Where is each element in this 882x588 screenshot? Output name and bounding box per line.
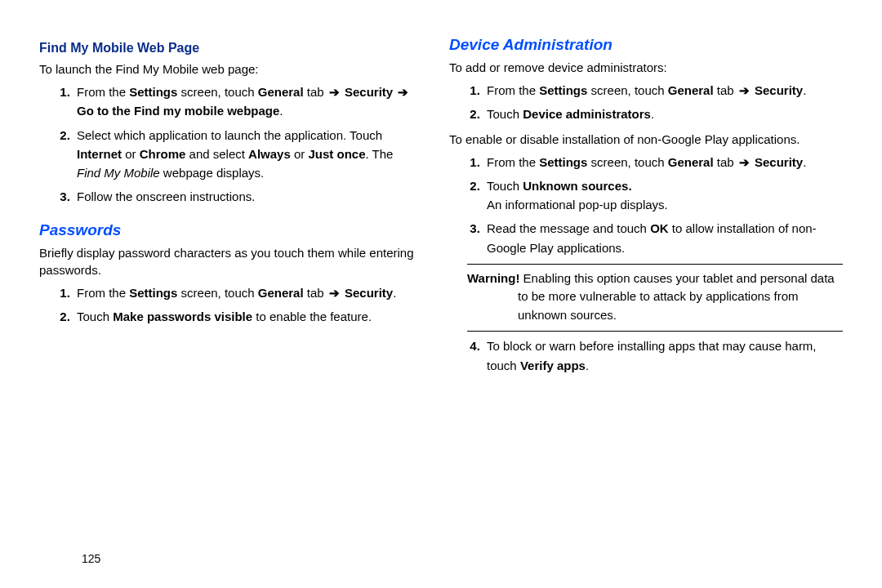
steps-device-admin-a: From the Settings screen, touch General … bbox=[449, 81, 843, 124]
step-1: From the Settings screen, touch General … bbox=[74, 283, 418, 302]
step-1: From the Settings screen, touch General … bbox=[74, 82, 418, 121]
step-2: Touch Unknown sources. An informational … bbox=[483, 176, 843, 215]
arrow-icon: ➔ bbox=[396, 85, 410, 99]
passwords-intro: Briefly display password characters as y… bbox=[39, 244, 418, 278]
divider bbox=[467, 331, 843, 332]
step-3: Follow the onscreen instructions. bbox=[74, 187, 418, 206]
step-3: Read the message and touch OK to allow i… bbox=[483, 219, 843, 257]
arrow-icon: ➔ bbox=[327, 85, 341, 99]
divider bbox=[467, 264, 843, 265]
step-2: Touch Make passwords visible to enable t… bbox=[74, 307, 418, 326]
step-1: From the Settings screen, touch General … bbox=[483, 153, 843, 172]
device-admin-intro2: To enable or disable installation of non… bbox=[449, 131, 843, 148]
step-2: Touch Device administrators. bbox=[483, 105, 843, 123]
arrow-icon: ➔ bbox=[737, 83, 751, 97]
page-number: 125 bbox=[82, 552, 100, 565]
arrow-icon: ➔ bbox=[327, 286, 341, 300]
step-2: Select which application to launch the a… bbox=[74, 126, 418, 183]
steps-find-my-mobile: From the Settings screen, touch General … bbox=[39, 82, 418, 207]
steps-device-admin-b-cont: To block or warn before installing apps … bbox=[449, 336, 843, 375]
intro-text: To launch the Find My Mobile web page: bbox=[39, 60, 418, 78]
heading-passwords: Passwords bbox=[39, 221, 418, 239]
heading-find-my-mobile: Find My Mobile Web Page bbox=[39, 41, 418, 56]
heading-device-admin: Device Administration bbox=[449, 36, 843, 54]
step-4: To block or warn before installing apps … bbox=[483, 336, 843, 375]
steps-passwords: From the Settings screen, touch General … bbox=[39, 283, 418, 327]
steps-device-admin-b: From the Settings screen, touch General … bbox=[449, 153, 843, 257]
warning-text: Warning! Enabling this option causes you… bbox=[467, 270, 843, 325]
device-admin-intro: To add or remove device administrators: bbox=[449, 59, 843, 76]
step-1: From the Settings screen, touch General … bbox=[483, 81, 843, 100]
right-column: Device Administration To add or remove d… bbox=[441, 33, 843, 580]
arrow-icon: ➔ bbox=[737, 155, 751, 169]
manual-page: Find My Mobile Web Page To launch the Fi… bbox=[0, 0, 882, 588]
left-column: Find My Mobile Web Page To launch the Fi… bbox=[39, 33, 441, 580]
